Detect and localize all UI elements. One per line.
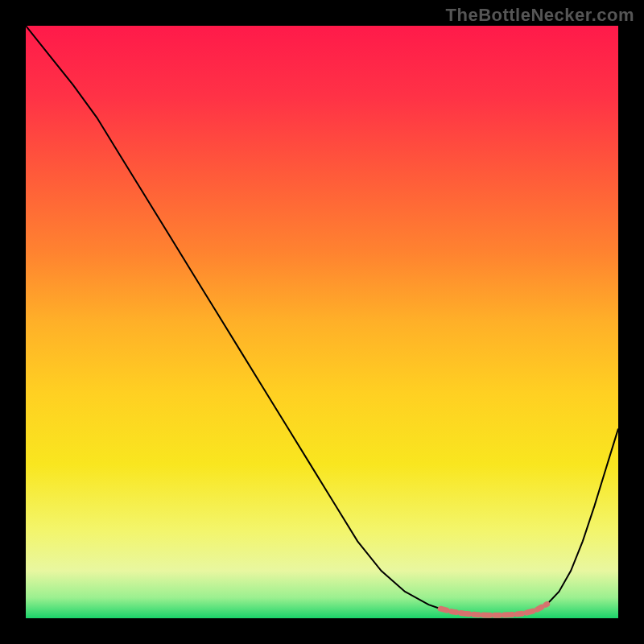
plot-background <box>26 26 618 618</box>
watermark-text: TheBottleNecker.com <box>446 5 634 26</box>
chart-svg <box>26 26 618 618</box>
plot-area <box>26 26 618 618</box>
chart-container: TheBottleNecker.com <box>0 0 644 644</box>
